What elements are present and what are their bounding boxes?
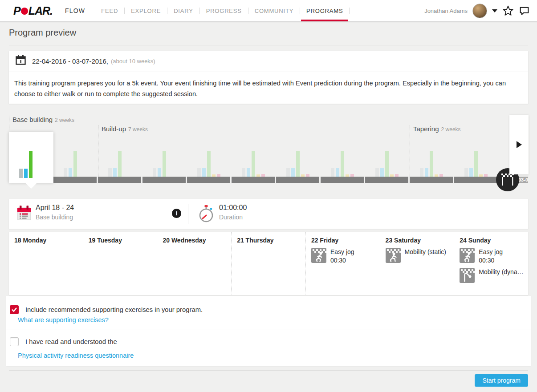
activity-bar	[64, 168, 67, 177]
day-header: 19 Tuesday	[89, 237, 153, 244]
workout-name: Easy jog	[479, 248, 503, 255]
logo-o-mark	[21, 8, 28, 15]
polar-logo-text: PLAR.	[13, 4, 53, 17]
phase-name: Tapering	[413, 125, 439, 133]
day-header: 22 Friday	[311, 237, 375, 244]
activity-bar	[474, 151, 478, 177]
nav-item-progress[interactable]: PROGRESS	[200, 0, 248, 21]
activity-bar	[113, 168, 117, 177]
readiness-questionnaire-link[interactable]: Physical activity readiness questionnair…	[18, 352, 134, 359]
divider	[188, 204, 188, 224]
activity-bar	[331, 168, 334, 177]
timeline-week-11[interactable]	[454, 132, 499, 183]
workout-name: Easy jog	[330, 248, 354, 255]
workout-entry[interactable]: Easy jog00:30	[311, 248, 375, 264]
timeline-track-segment	[276, 177, 319, 183]
nav-item-explore[interactable]: EXPLORE	[125, 0, 167, 21]
timeline-next-button[interactable]	[509, 115, 529, 174]
start-program-button[interactable]: Start program	[475, 374, 528, 387]
week-summary-row: April 18 - 24 Base building i 01:00:00 D…	[9, 199, 528, 229]
week-phase: Base building	[36, 214, 73, 221]
timeline-track-segment	[321, 177, 364, 183]
day-column: 20 Wednesday	[157, 232, 231, 295]
divider	[344, 204, 344, 224]
activity-bar	[197, 168, 201, 177]
activity-bar	[420, 168, 423, 177]
timeline-week-2[interactable]	[53, 132, 98, 183]
week-bars	[153, 151, 187, 177]
week-title: April 18 - 24	[36, 204, 74, 212]
activity-bar	[118, 151, 122, 177]
nav-item-community[interactable]: COMMUNITY	[248, 0, 300, 21]
timeline-week-10[interactable]	[410, 132, 454, 183]
messages-icon[interactable]	[519, 5, 530, 16]
day-column: 19 Tuesday	[83, 232, 157, 295]
activity-bar	[163, 151, 166, 177]
timeline-track-segment	[53, 177, 97, 183]
top-nav: PLAR. FLOW FEEDEXPLOREDIARYPROGRESSCOMMU…	[0, 0, 537, 22]
chevron-down-icon[interactable]	[492, 9, 497, 12]
week-bars	[64, 151, 98, 177]
activity-bar	[24, 169, 28, 178]
workout-text: Mobility (dyna…	[479, 268, 523, 283]
activity-bar	[380, 168, 384, 177]
timeline-week-3[interactable]	[98, 132, 142, 183]
divider	[6, 330, 531, 330]
timeline-track-segment	[454, 177, 497, 183]
mobility-static-icon	[386, 248, 401, 263]
nav-user-area: Jonathan Adams	[424, 0, 530, 21]
nav-menu: FEEDEXPLOREDIARYPROGRESSCOMMUNITYPROGRAM…	[95, 0, 350, 21]
polar-logo[interactable]: PLAR.	[13, 4, 53, 17]
nav-separator	[59, 6, 59, 15]
timeline-week-4[interactable]	[142, 132, 187, 183]
workout-entry[interactable]: Easy jog00:30	[460, 248, 524, 264]
nav-item-flow[interactable]: FLOW	[65, 0, 85, 21]
day-header: 21 Thursday	[237, 237, 301, 244]
timeline-week-7[interactable]	[276, 132, 321, 183]
nav-separator	[349, 8, 350, 14]
week-duration-label: Duration	[219, 214, 243, 221]
week-bars	[375, 151, 410, 177]
timeline-week-6[interactable]	[232, 132, 276, 183]
week-duration-value: 01:00:00	[219, 204, 247, 212]
nav-item-diary[interactable]: DIARY	[167, 0, 199, 21]
supporting-exercises-link[interactable]: What are supporting exercises?	[18, 316, 109, 323]
workout-entry[interactable]: Mobility (static)	[386, 248, 450, 263]
activity-bar	[291, 168, 295, 177]
timeline-week-5[interactable]	[187, 132, 232, 183]
activity-bar	[69, 168, 72, 177]
week-bars	[331, 151, 365, 177]
supporting-exercises-checkbox[interactable]	[10, 305, 19, 314]
timeline: 03-0 Base building2 weeksBuild-up7 weeks…	[0, 111, 537, 198]
activity-bar	[286, 168, 290, 177]
program-preview-page: PLAR. FLOW FEEDEXPLOREDIARYPROGRESSCOMMU…	[0, 0, 537, 392]
timeline-week-1[interactable]	[9, 132, 53, 183]
week-bars	[464, 151, 499, 177]
week-bars	[286, 151, 321, 177]
program-description: This training program prepares you for a…	[9, 72, 528, 99]
timeline-week-9[interactable]	[365, 132, 410, 183]
activity-bar	[158, 168, 161, 177]
week-bars	[197, 151, 232, 177]
activity-bar	[430, 151, 433, 177]
day-column: 23 SaturdayMobility (static)	[380, 232, 454, 295]
timeline-week-8[interactable]	[321, 132, 365, 183]
activity-bar	[108, 168, 112, 177]
workout-entry[interactable]: Mobility (dyna…	[460, 268, 524, 283]
nav-item-feed[interactable]: FEED	[95, 0, 124, 21]
avatar[interactable]	[472, 4, 487, 18]
workout-time: 00:30	[330, 257, 354, 264]
timeline-track-segment	[98, 177, 141, 183]
calendar-outline-icon	[15, 54, 27, 68]
easy-jog-icon	[460, 248, 475, 263]
phase-duration: 2 weeks	[441, 126, 461, 133]
supporting-exercises-row: Include recommended supporting exercises…	[10, 305, 203, 314]
nav-item-programs[interactable]: PROGRAMS	[300, 0, 349, 21]
readiness-checkbox[interactable]	[10, 337, 19, 346]
activity-bar	[207, 151, 211, 177]
info-icon[interactable]: i	[172, 209, 181, 218]
user-name[interactable]: Jonathan Adams	[424, 8, 468, 14]
program-date-range: 22-04-2016 - 03-07-2016,	[32, 57, 108, 65]
readiness-row: I have read and understood the	[10, 337, 117, 346]
favorite-star-icon[interactable]	[502, 5, 514, 16]
